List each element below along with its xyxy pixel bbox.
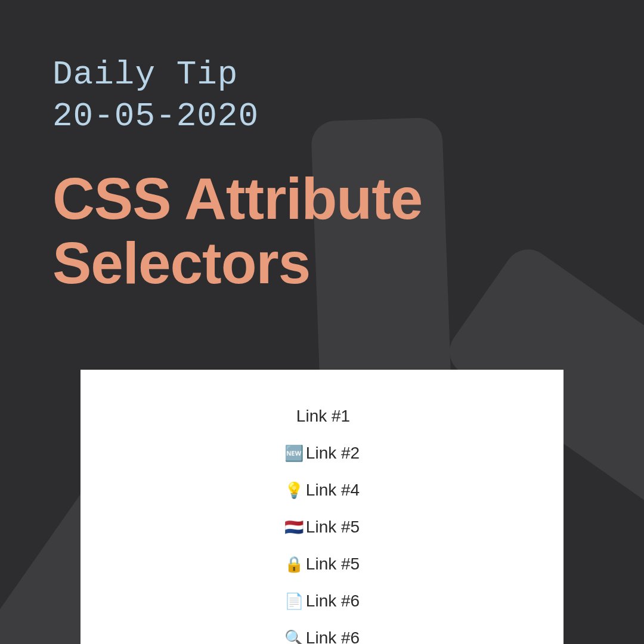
lock-icon: 🔒 xyxy=(284,555,304,574)
new-icon: 🆕 xyxy=(284,444,304,463)
header-content: Daily Tip 20-05-2020 CSS Attribute Selec… xyxy=(0,0,644,296)
link-label: Link #4 xyxy=(306,481,360,500)
link-label: Link #6 xyxy=(306,592,360,611)
title-line-2: Selectors xyxy=(52,231,644,296)
flag-icon: 🇳🇱 xyxy=(284,518,304,537)
link-label: Link #2 xyxy=(306,444,360,463)
list-item[interactable]: 🇳🇱 Link #5 xyxy=(284,518,360,537)
link-label: Link #6 xyxy=(306,628,360,644)
link-label: Link #5 xyxy=(306,555,360,574)
subtitle-line-1: Daily Tip xyxy=(52,54,644,95)
demo-panel: Link #1 🆕 Link #2 💡 Link #4 🇳🇱 Link #5 🔒… xyxy=(80,370,564,644)
list-item[interactable]: 🆕 Link #2 xyxy=(284,444,360,463)
document-icon: 📄 xyxy=(284,592,304,611)
list-item[interactable]: 📄 Link #6 xyxy=(284,592,360,611)
search-icon: 🔍 xyxy=(284,629,304,645)
page-title: CSS Attribute Selectors xyxy=(52,167,644,296)
list-item[interactable]: 💡 Link #4 xyxy=(284,481,360,500)
list-item[interactable]: 🔍 Link #6 xyxy=(284,628,360,644)
list-item[interactable]: 🔒 Link #5 xyxy=(284,555,360,574)
title-line-1: CSS Attribute xyxy=(52,167,644,231)
subtitle: Daily Tip 20-05-2020 xyxy=(52,54,644,137)
link-label: Link #1 xyxy=(296,407,350,426)
subtitle-line-2: 20-05-2020 xyxy=(52,95,644,137)
lightbulb-icon: 💡 xyxy=(284,481,304,500)
link-label: Link #5 xyxy=(306,518,360,537)
list-item[interactable]: Link #1 xyxy=(294,407,350,426)
